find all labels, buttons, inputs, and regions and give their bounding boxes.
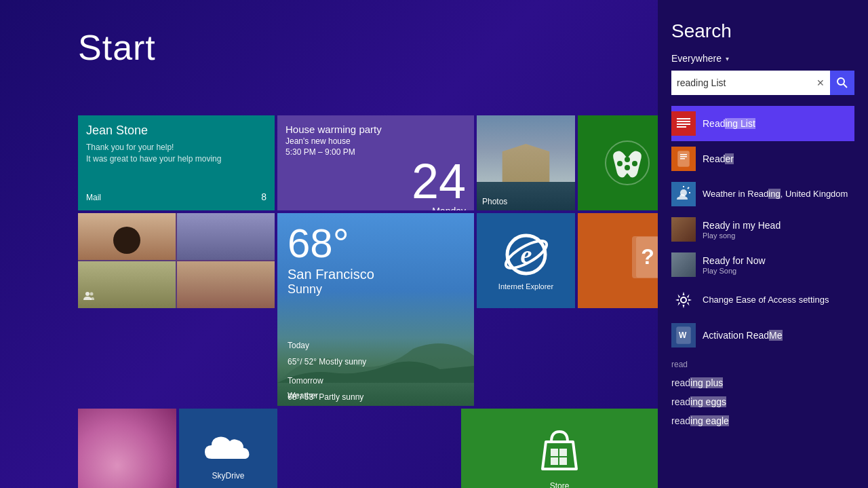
ready-my-head-text: Ready in my Head Play song [703,219,854,240]
calendar-location: Jean's new house [285,136,466,146]
calendar-tile[interactable]: House warming party Jean's new house 5:3… [277,115,474,210]
weather-city: San Francisco [288,267,464,282]
weather-temp: 68° [288,223,464,264]
svg-point-12 [625,165,630,170]
search-results-list: Reading List Reader [671,106,854,474]
svg-rect-29 [677,118,690,119]
svg-point-16 [90,293,94,296]
tiles-row-2: 68° San Francisco Sunny Today 65°/ 52° M… [78,213,658,406]
result-ready-my-head[interactable]: Ready in my Head Play song [671,212,854,247]
weather-today-forecast: 65°/ 52° Mostly sunny [288,354,464,370]
skydrive-label: SkyDrive [212,471,244,481]
weather-spacer [280,409,458,488]
mail-tile[interactable]: Jean Stone Thank you for your help!It wa… [78,115,275,210]
tiles-row-1: Jean Stone Thank you for your help!It wa… [78,115,658,210]
reader-text: Reader [703,153,854,165]
store-tile[interactable]: Store [461,409,658,488]
weather-today: Today [288,337,464,354]
result-weather-reading[interactable]: Weather in Reading, United Kingdom [671,176,854,212]
search-icon [837,77,848,88]
weather-app-label: Weather [288,391,318,400]
calendar-event: House warming party [285,124,466,135]
svg-point-9 [617,161,623,166]
reading-list-text: Reading List [703,117,854,130]
search-scope-label: Everywhere [671,53,722,64]
svg-rect-24 [559,449,567,456]
reader-icon [671,147,696,171]
result-ease-of-access[interactable]: Change Ease of Access settings [671,282,854,318]
svg-rect-26 [559,457,567,465]
svg-rect-35 [680,156,687,157]
search-title: Search [671,20,854,42]
svg-rect-32 [677,126,686,128]
svg-point-27 [837,78,844,85]
mail-sender: Jean Stone [86,124,267,138]
store-label: Store [550,481,570,488]
weather-condition: Sunny [288,282,464,297]
ready-my-head-icon [671,217,696,242]
store-bag-icon [532,421,587,476]
ie-icon: e [502,231,550,278]
reading-list-icon [671,111,696,136]
activation-readme-text: Activation ReadMe [703,329,854,341]
weather-tile[interactable]: 68° San Francisco Sunny Today 65°/ 52° M… [277,213,474,406]
tiles-row-3: Desktop SkyDrive [78,409,658,488]
chevron-down-icon: ▾ [726,55,729,62]
weather-tomorrow: Tomorrow [288,373,464,389]
result-activation-readme[interactable]: W Activation ReadMe [671,318,854,353]
mail-badge: 8 [261,191,267,202]
calendar-day: Monday [285,206,466,210]
suggestion-reading-plus[interactable]: reading plus [671,373,854,392]
suggestions-label: read [671,360,854,369]
svg-text:?: ? [641,244,654,269]
svg-rect-23 [551,449,558,456]
svg-point-10 [632,161,637,166]
result-ready-for-now[interactable]: Ready for Now Play Song [671,247,854,282]
suggestion-reading-eagle[interactable]: reading eagle [671,411,854,430]
skydrive-tile[interactable]: SkyDrive [179,409,277,488]
search-scope[interactable]: Everywhere ▾ [671,53,854,64]
search-clear-button[interactable]: ✕ [811,71,830,95]
photos-tile[interactable]: Photos [477,115,575,210]
svg-rect-25 [551,457,558,465]
ready-for-now-icon [671,252,696,277]
svg-rect-31 [677,124,690,125]
svg-rect-30 [677,121,690,122]
result-reading-list[interactable]: Reading List [671,106,854,141]
calendar-date: 24 [285,157,466,206]
search-box: ✕ [671,71,854,95]
people-tile[interactable] [78,213,275,308]
suggestion-reading-eggs[interactable]: reading eggs [671,392,854,411]
weather-reading-text: Weather in Reading, United Kingdom [703,189,854,200]
svg-rect-36 [680,158,685,159]
search-submit-button[interactable] [830,71,854,95]
svg-text:W: W [679,331,687,340]
skydrive-cloud-icon [201,432,256,466]
svg-rect-34 [680,154,687,155]
photos-label: Photos [482,197,507,206]
start-title: Start [78,27,156,68]
ie-label: Internet Explorer [498,282,553,290]
ready-for-now-text: Ready for Now Play Song [703,255,854,275]
ie-tile[interactable]: e Internet Explorer [477,213,575,308]
svg-point-11 [625,157,630,162]
svg-point-15 [85,292,90,296]
search-panel: Search Everywhere ▾ ✕ [658,0,868,488]
search-input[interactable] [671,77,811,88]
gear-icon [671,288,696,312]
word-doc-icon: W [671,323,696,348]
svg-line-28 [844,84,847,88]
mail-message: Thank you for your help!It was great to … [86,142,267,165]
result-reader[interactable]: Reader [671,141,854,176]
desktop-tile[interactable]: Desktop [78,409,176,488]
svg-point-41 [681,297,686,303]
people-icon-label [83,290,94,304]
ease-of-access-text: Change Ease of Access settings [703,295,854,306]
tiles-area: Jean Stone Thank you for your help!It wa… [78,115,658,488]
xbox-icon [604,139,651,187]
mail-app-label: Mail [86,193,101,202]
svg-line-39 [688,187,689,189]
weather-reading-icon [671,182,696,206]
